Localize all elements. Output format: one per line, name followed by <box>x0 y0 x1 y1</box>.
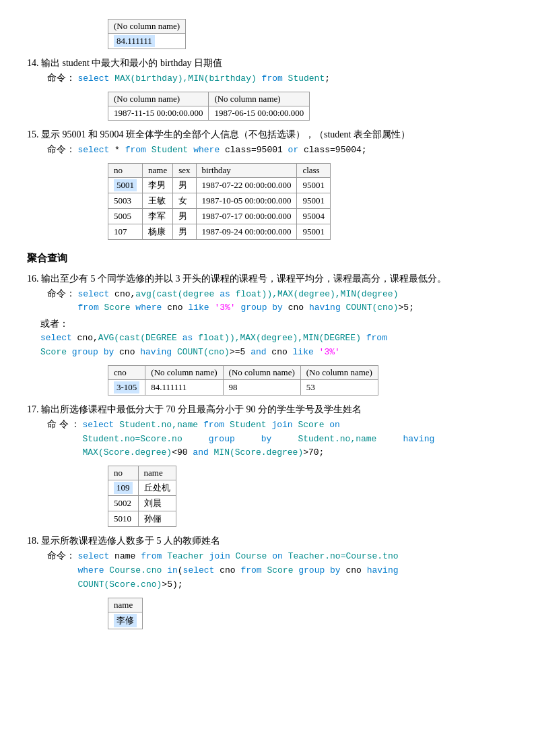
item-16-col-max: (No column name) <box>223 365 300 379</box>
table-row: 5005 李军 男 1987-07-17 00:00:00.000 95004 <box>108 208 331 224</box>
item-14-number: 14. <box>27 58 39 68</box>
item-17: 17. 输出所选修课程中最低分大于 70 分且最高分小于 90 分的学生学号及学… <box>27 404 507 527</box>
item-15-desc: 显示 95001 和 95004 班全体学生的全部个人信息（不包括选课），（st… <box>41 129 410 139</box>
section-title-aggregate: 聚合查询 <box>27 252 507 265</box>
table-row: 5010 孙俪 <box>108 511 176 527</box>
table-row: 5003 王敏 女 1987-10-05 00:00:00.000 95001 <box>108 193 331 208</box>
item-16: 16. 输出至少有 5 个同学选修的并以 3 开头的课程的课程号，课程平均分，课… <box>27 273 507 396</box>
item-14: 14. 输出 student 中最大和最小的 birthday 日期值 命令： … <box>27 57 507 121</box>
item-14-row1-col2: 1987-06-15 00:00:00.000 <box>209 106 310 120</box>
item-15-col-no: no <box>108 163 143 177</box>
table-row: 5001 李男 男 1987-07-22 00:00:00.000 95001 <box>108 177 331 193</box>
item-16-cmd-label: 命令： <box>47 288 75 298</box>
item-15-col-birthday: birthday <box>196 163 297 177</box>
item-16-number: 16. <box>27 274 39 284</box>
item-17-number: 17. <box>27 404 39 414</box>
item-16-col-min: (No column name) <box>300 365 378 379</box>
top-table-header: (No column name) <box>108 20 186 34</box>
item-14-col2-header: (No column name) <box>209 92 310 106</box>
item-18-col-name: name <box>108 598 143 612</box>
item-16-or: 或者： <box>40 318 507 330</box>
item-14-col1-header: (No column name) <box>108 92 209 106</box>
item-15-number: 15. <box>27 129 39 139</box>
item-14-desc: 输出 student 中最大和最小的 birthday 日期值 <box>41 58 222 68</box>
table-row: 李修 <box>108 612 143 629</box>
item-15-col-sex: sex <box>173 163 196 177</box>
table-row: 5002 刘晨 <box>108 496 176 511</box>
item-15-col-name: name <box>143 163 173 177</box>
top-table-row1-col1: 84.111111 <box>108 34 186 49</box>
table-row: 107 杨康 男 1987-09-24 00:00:00.000 95001 <box>108 224 331 239</box>
item-15-col-class: class <box>297 163 331 177</box>
top-table-container: (No column name) 84.111111 <box>27 19 507 49</box>
item-18-desc: 显示所教课程选修人数多于 5 人的教师姓名 <box>41 536 220 546</box>
table-row: 3-105 84.111111 98 53 <box>108 379 378 395</box>
item-18: 18. 显示所教课程选修人数多于 5 人的教师姓名 命令： select nam… <box>27 535 507 629</box>
item-17-col-name: name <box>138 466 176 480</box>
item-17-desc: 输出所选修课程中最低分大于 70 分且最高分小于 90 分的学生学号及学生姓名 <box>41 404 362 414</box>
item-15-cmd-label: 命令： <box>47 144 75 154</box>
item-18-number: 18. <box>27 536 39 546</box>
item-15: 15. 显示 95001 和 95004 班全体学生的全部个人信息（不包括选课）… <box>27 129 507 240</box>
item-18-cmd-label: 命令： <box>47 550 75 561</box>
item-14-row1-col1: 1987-11-15 00:00:00.000 <box>108 106 209 120</box>
item-14-cmd-label: 命令： <box>47 73 75 83</box>
item-16-desc: 输出至少有 5 个同学选修的并以 3 开头的课程的课程号，课程平均分，课程最高分… <box>41 274 446 284</box>
item-16-col-cno: cno <box>108 365 145 379</box>
item-17-cmd-label: 命 令 ： <box>47 419 80 429</box>
table-row: 109 丘处机 <box>108 480 176 496</box>
item-16-col-avg: (No column name) <box>145 365 223 379</box>
item-17-col-no: no <box>108 466 139 480</box>
